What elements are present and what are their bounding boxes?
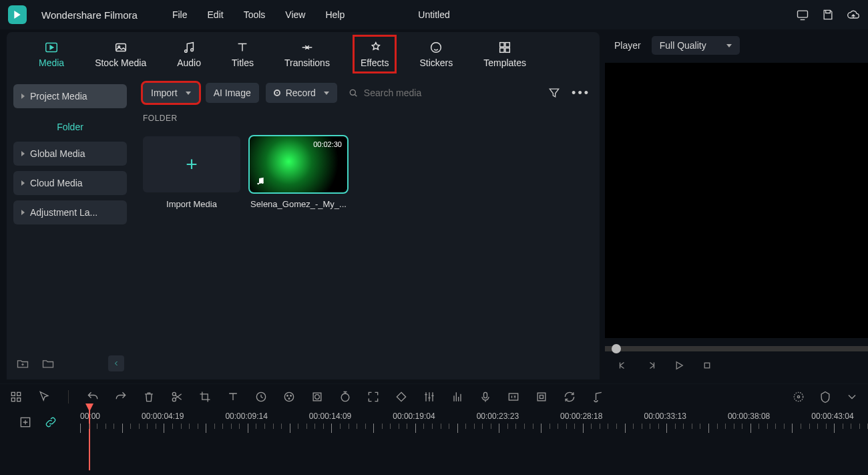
timeline-ruler[interactable]: 00:0000:00:04:1900:00:09:1400:00:14:0900…	[80, 409, 868, 470]
plus-icon: +	[186, 153, 198, 176]
svg-rect-10	[505, 48, 509, 52]
marker-icon[interactable]	[819, 390, 832, 404]
quality-select[interactable]: Full Quality	[652, 36, 740, 55]
svg-point-24	[290, 395, 292, 396]
svg-point-33	[794, 392, 803, 401]
media-sidebar: Project Media Folder Global Media Cloud …	[7, 76, 134, 379]
sidebar-adjustment-layer[interactable]: Adjustment La...	[13, 200, 127, 224]
voiceover-icon[interactable]	[479, 390, 492, 404]
speed-icon[interactable]	[254, 390, 268, 404]
sidebar-project-media[interactable]: Project Media	[13, 84, 127, 108]
mask-icon[interactable]	[310, 390, 324, 404]
target-icon[interactable]	[792, 390, 805, 404]
ai-image-button[interactable]: AI Image	[206, 83, 259, 103]
svg-point-22	[284, 392, 293, 401]
menu-help[interactable]: Help	[325, 9, 345, 20]
svg-rect-17	[11, 398, 15, 401]
square-icon[interactable]	[535, 390, 548, 404]
fullscreen-icon[interactable]	[367, 390, 380, 404]
media-icon	[44, 40, 59, 55]
chevron-down-icon	[324, 92, 329, 95]
display-icon[interactable]	[796, 8, 809, 21]
caret-icon	[21, 94, 25, 99]
app-logo	[8, 5, 27, 24]
sidebar-cloud-media[interactable]: Cloud Media	[13, 171, 127, 195]
split-icon[interactable]	[170, 390, 184, 404]
audio-wave-icon[interactable]	[591, 390, 604, 404]
player-scrubber[interactable]	[605, 346, 868, 351]
undo-icon[interactable]	[86, 390, 99, 404]
svg-point-5	[191, 49, 194, 51]
1x-icon[interactable]	[507, 390, 520, 404]
save-icon[interactable]	[821, 8, 835, 21]
collapse-sidebar-button[interactable]	[108, 355, 124, 371]
keyframe-icon[interactable]	[395, 390, 408, 404]
link-icon[interactable]	[44, 416, 57, 429]
tab-stickers[interactable]: Stickers	[414, 37, 458, 71]
svg-rect-26	[313, 393, 321, 401]
import-button[interactable]: Import	[143, 83, 199, 103]
menu-view[interactable]: View	[285, 9, 305, 20]
svg-rect-29	[484, 392, 487, 398]
redo-icon[interactable]	[114, 390, 128, 404]
svg-rect-18	[17, 398, 21, 401]
tab-templates[interactable]: Templates	[478, 37, 531, 71]
refresh-icon[interactable]	[563, 390, 576, 404]
caret-icon	[21, 210, 25, 215]
sidebar-global-media[interactable]: Global Media	[13, 142, 127, 166]
adjust-icon[interactable]	[423, 390, 436, 404]
crop-icon[interactable]	[198, 390, 212, 404]
svg-rect-2	[116, 44, 126, 51]
cursor-icon[interactable]	[37, 390, 51, 404]
tab-audio[interactable]: Audio	[172, 37, 206, 71]
color-icon[interactable]	[282, 390, 296, 404]
prev-frame-icon[interactable]	[617, 359, 629, 371]
menubar: File Edit Tools View Help	[172, 9, 345, 20]
filter-icon[interactable]	[548, 86, 561, 100]
tab-media-label: Media	[39, 57, 64, 68]
stop-icon[interactable]	[701, 359, 713, 371]
tab-effects[interactable]: Effects	[355, 37, 395, 71]
chevron-left-icon	[112, 359, 120, 367]
sidebar-project-media-label: Project Media	[30, 91, 87, 102]
tab-transitions[interactable]: Transitions	[279, 37, 335, 71]
svg-rect-31	[537, 393, 546, 401]
transitions-icon	[300, 40, 314, 55]
import-media-tile[interactable]: +	[143, 136, 240, 192]
stopwatch-icon[interactable]	[339, 390, 352, 404]
menu-edit[interactable]: Edit	[208, 9, 224, 20]
text-icon[interactable]	[226, 390, 240, 404]
playhead-line	[89, 409, 90, 470]
timeline-time: 00:00:14:09	[309, 412, 351, 421]
media-content: Import AI Image Record	[134, 76, 600, 379]
cloud-upload-icon[interactable]	[847, 8, 860, 21]
grid-icon[interactable]	[9, 390, 23, 404]
import-media-label: Import Media	[166, 199, 217, 209]
add-track-icon[interactable]	[19, 416, 32, 429]
svg-point-6	[431, 43, 441, 53]
delete-icon[interactable]	[142, 390, 156, 404]
chevron-down-icon[interactable]	[845, 390, 859, 404]
more-icon[interactable]: •••	[572, 86, 590, 100]
player-canvas[interactable]	[605, 63, 868, 338]
sidebar-folder[interactable]: Folder	[13, 114, 127, 142]
tab-media[interactable]: Media	[33, 37, 69, 71]
media-clip[interactable]: 00:02:30	[250, 136, 347, 192]
new-folder-icon[interactable]	[16, 357, 29, 370]
search-input[interactable]	[364, 88, 541, 98]
next-frame-icon[interactable]	[645, 359, 657, 371]
tab-audio-label: Audio	[177, 57, 201, 68]
tab-titles[interactable]: Titles	[226, 37, 259, 71]
timeline[interactable]: 00:0000:00:04:1900:00:09:1400:00:14:0900…	[0, 409, 868, 470]
folder-icon[interactable]	[41, 357, 55, 370]
svg-rect-16	[17, 392, 21, 395]
play-icon[interactable]	[673, 359, 685, 371]
menu-tools[interactable]: Tools	[244, 9, 266, 20]
import-label: Import	[151, 88, 178, 98]
record-button[interactable]: Record	[266, 83, 337, 103]
player-panel: Player Full Quality	[605, 32, 868, 379]
equalizer-icon[interactable]	[451, 390, 464, 404]
menu-file[interactable]: File	[172, 9, 188, 20]
tab-stock-media[interactable]: Stock Media	[89, 37, 152, 71]
sidebar-adjustment-label: Adjustment La...	[30, 207, 97, 218]
